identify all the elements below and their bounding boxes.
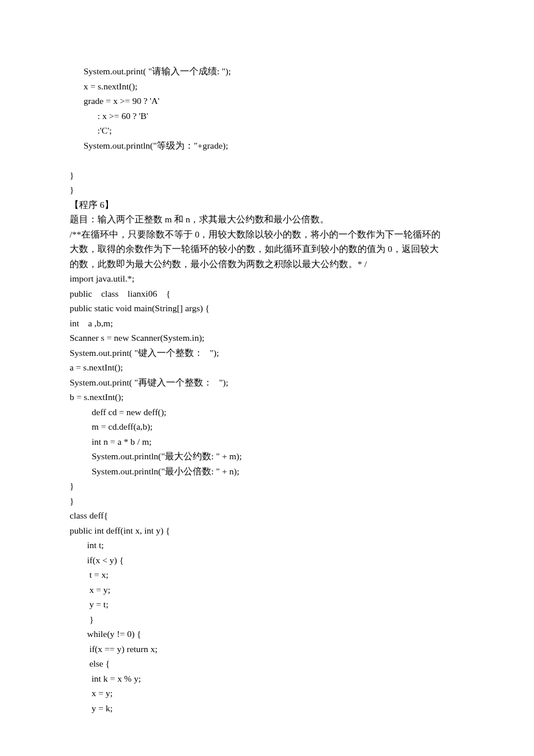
code-line: System.out.println("最小公倍数: " + n); (70, 464, 464, 479)
code-line: public int deff(int x, int y) { (70, 523, 464, 538)
code-line: if(x == y) return x; (70, 642, 464, 657)
code-line (70, 153, 464, 168)
code-line: while(y != 0) { (70, 627, 464, 642)
code-line: System.out.println("最大公约数: " + m); (70, 449, 464, 464)
code-line: 题目：输入两个正整数 m 和 n，求其最大公约数和最小公倍数。 (70, 212, 464, 227)
document-page: System.out.print( "请输入一个成绩: ");x = s.nex… (0, 0, 534, 750)
code-line: int t; (70, 538, 464, 553)
code-line: : x >= 60 ? 'B' (70, 109, 464, 124)
code-line: /**在循环中，只要除数不等于 0，用较大数除以较小的数，将小的一个数作为下一轮… (70, 227, 464, 242)
code-line: System.out.println("等级为："+grade); (70, 138, 464, 153)
code-line: class deff{ (70, 508, 464, 523)
code-line: } (70, 168, 464, 183)
code-line: deff cd = new deff(); (70, 405, 464, 420)
code-line: System.out.print( "请输入一个成绩: "); (70, 64, 464, 79)
code-line: public static void main(String[] args) { (70, 301, 464, 316)
code-line: 的数，此数即为最大公约数，最小公倍数为两数之积除以最大公约数。* / (70, 257, 464, 272)
code-line: grade = x >= 90 ? 'A' (70, 93, 464, 109)
code-line: x = y; (70, 582, 464, 597)
code-line: int a ,b,m; (70, 316, 464, 331)
code-line: x = y; (70, 686, 464, 701)
code-line: } (70, 612, 464, 627)
code-line: :'C'; (70, 123, 464, 138)
code-line: } (70, 478, 464, 494)
code-line: int n = a * b / m; (70, 434, 464, 449)
code-line: else { (70, 656, 464, 671)
code-line: } (70, 494, 464, 509)
code-line: 大数，取得的余数作为下一轮循环的较小的数，如此循环直到较小的数的值为 0，返回较… (70, 242, 464, 257)
code-line: y = k; (70, 701, 464, 716)
code-line: int k = x % y; (70, 671, 464, 686)
code-line: 【程序 6】 (70, 197, 464, 213)
code-line: x = s.nextInt(); (70, 79, 464, 94)
code-line: m = cd.deff(a,b); (70, 419, 464, 434)
code-line: System.out.print( "再键入一个整数： "); (70, 375, 464, 390)
code-line: } (70, 182, 464, 197)
code-line: a = s.nextInt(); (70, 360, 464, 375)
code-line: import java.util.*; (70, 271, 464, 286)
code-line: y = t; (70, 597, 464, 612)
code-line: public class lianxi06 { (70, 286, 464, 301)
code-line: System.out.print( "键入一个整数： "); (70, 345, 464, 361)
code-line: Scanner s = new Scanner(System.in); (70, 330, 464, 345)
code-line: t = x; (70, 567, 464, 582)
code-line: b = s.nextInt(); (70, 390, 464, 405)
code-line: if(x < y) { (70, 553, 464, 568)
